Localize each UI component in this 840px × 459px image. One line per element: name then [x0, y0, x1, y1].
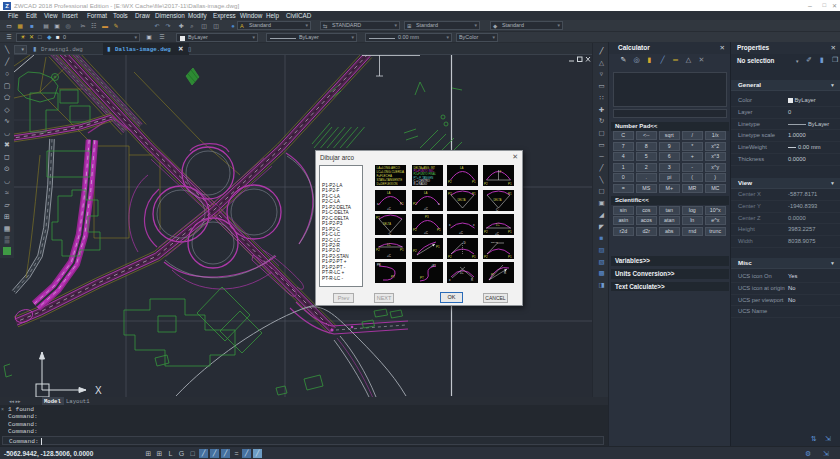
svg-text:P2: P2	[448, 192, 452, 196]
svg-text:PT: PT	[420, 276, 424, 280]
svg-text:P2: P2	[484, 229, 488, 233]
svg-text:x: x	[473, 223, 475, 227]
svg-text:P1: P1	[472, 192, 476, 196]
svg-text:LA: LA	[387, 191, 391, 195]
svg-text:LA: LA	[424, 191, 428, 195]
svg-text:DELTA: DELTA	[493, 198, 501, 202]
svg-text:C·: C·	[496, 208, 499, 211]
svg-text:STAN: STAN	[491, 240, 498, 243]
svg-text:PR: PR	[377, 263, 381, 267]
svg-text:P2: P2	[484, 255, 488, 259]
svg-text:LC: LC	[496, 223, 500, 227]
svg-text:P1: P1	[508, 182, 512, 186]
svg-text:P2: P2	[376, 216, 380, 220]
svg-text:P1: P1	[508, 192, 512, 196]
svg-text:P2: P2	[376, 248, 380, 252]
svg-text:R = RADIO: R = RADIO	[413, 182, 427, 186]
svg-text:+PT: +PT	[431, 264, 436, 268]
svg-text:+C: +C	[459, 230, 463, 234]
svg-text:PT: PT	[391, 275, 395, 279]
svg-text:P1: P1	[508, 229, 512, 233]
svg-text:LC: LC	[387, 243, 391, 247]
svg-text:+C: +C	[495, 231, 499, 235]
svg-text:P2: P2	[413, 249, 417, 253]
svg-text:DELTA: DELTA	[458, 198, 466, 202]
svg-text:LA: LA	[460, 166, 464, 170]
svg-text:·C: ·C	[388, 232, 391, 235]
svg-text:P2: P2	[484, 182, 488, 186]
svg-text:+C: +C	[424, 206, 428, 210]
svg-text:D=DEFLEXION: D=DEFLEXION	[377, 182, 398, 186]
svg-text:x: x	[438, 202, 440, 206]
svg-text:P2: P2	[413, 202, 417, 206]
svg-text:+C: +C	[424, 231, 428, 235]
svg-text:D: D	[464, 240, 466, 244]
svg-text:x: x	[449, 278, 451, 282]
svg-text:P2: P2	[448, 255, 452, 259]
svg-text:P1: P1	[508, 255, 512, 259]
svg-text:DELTA: DELTA	[383, 222, 391, 226]
svg-text:P1: P1	[472, 180, 476, 184]
svg-text:P2: P2	[413, 228, 417, 232]
svg-text:X: X	[95, 385, 102, 396]
svg-text:PT: PT	[491, 273, 495, 277]
svg-text:LC: LC	[460, 271, 463, 275]
svg-text:+C: +C	[387, 254, 391, 258]
svg-text:x: x	[449, 223, 451, 227]
svg-text:P3: P3	[425, 215, 429, 219]
svg-text:+C: +C	[387, 206, 391, 210]
svg-text:F: F	[499, 170, 501, 174]
svg-text:P1: P1	[400, 202, 404, 206]
svg-text:P2: P2	[448, 180, 452, 184]
svg-text:P1: P1	[472, 255, 476, 259]
svg-text:P1: P1	[400, 248, 404, 252]
svg-text:P1: P1	[437, 228, 441, 232]
svg-text:R: R	[471, 278, 473, 282]
svg-text:R: R	[504, 271, 506, 275]
svg-text:P1: P1	[436, 245, 440, 249]
